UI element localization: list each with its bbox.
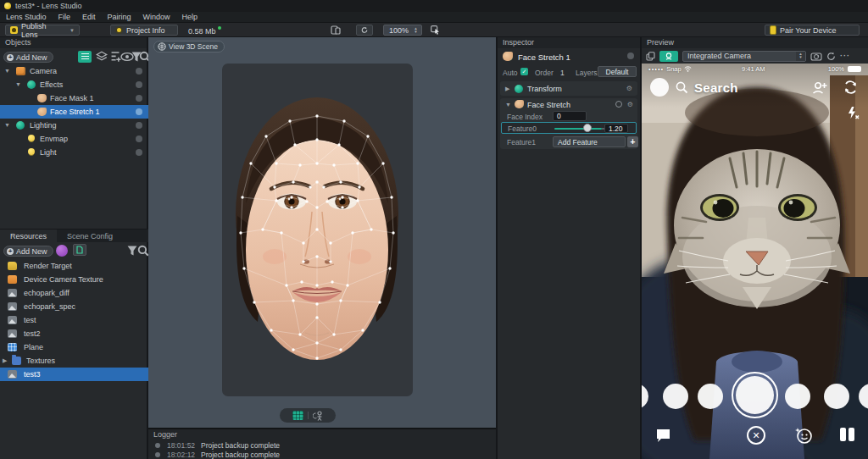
tab-resources[interactable]: Resources (0, 230, 57, 243)
tree-row-effects[interactable]: ▼ Effects (0, 78, 148, 91)
view-3d-scene-button[interactable]: View 3D Scene (153, 41, 225, 53)
materials-icon[interactable] (56, 245, 68, 257)
lens-button[interactable] (785, 384, 810, 409)
flip-camera-icon[interactable] (843, 80, 858, 94)
visibility-toggle[interactable] (136, 95, 142, 102)
zoom-value: 100% (389, 26, 409, 35)
preview-menu-dots-icon[interactable]: ··· (840, 52, 850, 60)
objects-add-new-button[interactable]: + Add New (3, 52, 53, 63)
lens-button[interactable] (663, 384, 688, 409)
menu-file[interactable]: File (53, 13, 77, 21)
feature0-slider-track[interactable] (554, 128, 602, 130)
tree-row-lighting[interactable]: ▼ Lighting (0, 119, 148, 132)
capture-button[interactable] (736, 376, 774, 414)
entity-enabled-toggle[interactable] (627, 53, 634, 59)
resource-row[interactable]: Device Camera Texture (0, 273, 148, 286)
select-cursor-icon[interactable] (431, 25, 440, 35)
expander-icon[interactable]: ▶ (3, 357, 7, 364)
resources-add-new-button[interactable]: + Add New (3, 246, 53, 257)
visibility-toggle[interactable] (136, 68, 142, 75)
snapshot-icon[interactable] (646, 52, 655, 61)
body-view-icon[interactable] (313, 411, 324, 421)
device-preview-icon[interactable] (331, 25, 341, 35)
lens-button[interactable] (824, 384, 849, 409)
resource-row[interactable]: Plane (0, 340, 148, 354)
feature0-value-input[interactable]: 1.20 (604, 124, 628, 133)
close-lens-icon[interactable]: ✕ (747, 426, 765, 445)
gear-icon[interactable]: ⚙ (626, 85, 632, 92)
visibility-toggle[interactable] (136, 149, 142, 156)
log-message: Project backup complete (201, 451, 280, 459)
auto-checkbox[interactable]: ✓ (520, 68, 528, 75)
flash-off-icon[interactable] (846, 106, 860, 120)
resource-row[interactable]: Render Target (0, 259, 148, 273)
list-view-button[interactable] (78, 51, 92, 63)
add-friend-icon[interactable] (812, 81, 827, 94)
chat-icon[interactable] (655, 428, 671, 443)
visibility-toggle[interactable] (136, 81, 142, 88)
log-entry[interactable]: 18:02:12 Project backup complete (148, 450, 496, 459)
lens-explorer-icon[interactable] (794, 426, 813, 445)
feature0-row[interactable]: Feature0 1.20 (501, 122, 637, 134)
stories-icon[interactable] (840, 428, 854, 441)
menu-help[interactable]: Help (176, 13, 204, 21)
resource-row[interactable]: echopark_spec (0, 300, 148, 313)
tab-scene-config[interactable]: Scene Config (57, 230, 123, 243)
tree-row-light[interactable]: Light (0, 146, 148, 159)
scene-view[interactable]: View 3D Scene (148, 37, 496, 428)
resource-row[interactable]: test2 (0, 327, 148, 340)
publish-lens-button[interactable]: Publish Lens ▼ (5, 25, 80, 36)
transform-section[interactable]: ▶ Transform ⚙ (500, 81, 637, 96)
layers-dropdown[interactable]: Default (598, 66, 637, 77)
lens-button[interactable] (698, 384, 723, 409)
project-info-button[interactable]: Project Info (110, 25, 178, 36)
search-icon[interactable] (676, 81, 688, 94)
visibility-toggle[interactable] (136, 122, 142, 129)
zoom-spin-arrows-icon[interactable]: ▲▼ (411, 25, 420, 35)
expander-icon[interactable]: ▼ (505, 102, 511, 108)
face-mesh-render[interactable] (222, 64, 413, 396)
visibility-toggle[interactable] (136, 108, 142, 115)
order-value[interactable]: 1 (560, 69, 565, 77)
add-feature-dropdown[interactable]: Add Feature (553, 136, 626, 147)
resource-row[interactable]: test (0, 313, 148, 327)
new-file-button[interactable] (73, 244, 86, 256)
tree-row-face-stretch[interactable]: Face Stretch 1 (0, 105, 148, 119)
camera-source-select[interactable]: Integrated Camera ▲▼ (682, 51, 806, 62)
publish-dropdown-arrow-icon[interactable]: ▼ (70, 28, 75, 33)
expander-icon[interactable]: ▶ (505, 86, 509, 92)
help-circle-icon[interactable] (615, 101, 622, 108)
visibility-toggle[interactable] (136, 135, 142, 142)
menu-pairing[interactable]: Pairing (102, 13, 137, 21)
add-feature-plus-button[interactable]: + (627, 136, 638, 147)
layers-view-icon[interactable] (95, 51, 108, 63)
expander-icon[interactable]: ▼ (4, 68, 10, 74)
reset-camera-button[interactable] (356, 25, 373, 36)
menu-lens-studio[interactable]: Lens Studio (0, 13, 53, 21)
lens-button[interactable] (859, 384, 868, 409)
resource-row-selected[interactable]: test3 (0, 368, 148, 381)
face-index-input[interactable]: 0 (553, 111, 587, 121)
face-mesh-view-icon[interactable] (292, 411, 303, 420)
tree-row-envmap[interactable]: Envmap (0, 132, 148, 146)
search-label[interactable]: Search (694, 80, 738, 95)
menu-window[interactable]: Window (137, 13, 176, 21)
pair-your-device-button[interactable]: Pair Your Device (765, 25, 860, 36)
expander-icon[interactable]: ▼ (4, 122, 10, 128)
resource-row[interactable]: echopark_diff (0, 286, 148, 300)
menu-edit[interactable]: Edit (76, 13, 102, 21)
snapchat-preview-screen[interactable]: ••••• Snap 9:41 AM 100% Search (642, 64, 868, 459)
gear-icon[interactable]: ⚙ (627, 101, 633, 108)
log-entry[interactable]: 18:01:52 Project backup complete (148, 440, 496, 450)
webcam-mode-button[interactable] (659, 51, 678, 62)
restart-preview-icon[interactable] (826, 52, 836, 61)
tree-row-camera[interactable]: ▼ Camera (0, 64, 148, 78)
feature0-slider-handle[interactable] (583, 124, 592, 132)
resource-row-textures[interactable]: ▶ Textures (0, 354, 148, 368)
expander-icon[interactable]: ▼ (15, 81, 21, 87)
lens-button[interactable] (642, 384, 648, 409)
avatar[interactable] (650, 78, 669, 97)
flip-camera-icon[interactable] (810, 52, 822, 61)
tree-row-face-mask[interactable]: Face Mask 1 (0, 91, 148, 105)
zoom-spinbox[interactable]: 100% ▲▼ (383, 25, 422, 36)
